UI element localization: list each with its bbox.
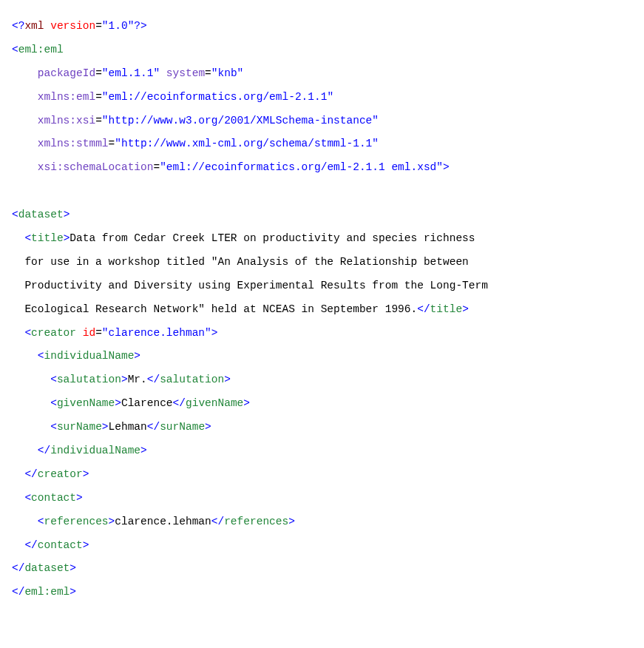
text-content: for use in a workshop titled "An Analysi…	[24, 256, 468, 268]
code-line: <?xml version="1.0"?>	[12, 20, 147, 32]
attr-name: version	[44, 20, 96, 32]
bracket: >	[211, 327, 218, 339]
code-line: <creator id="clarence.lehman">	[12, 327, 217, 339]
code-line: xsi:schemaLocation="eml://ecoinformatics…	[12, 161, 450, 173]
bracket: >	[121, 374, 128, 385]
attr-name: xmlns:eml	[38, 91, 95, 103]
attr-name: system	[160, 67, 205, 79]
bracket: >	[109, 516, 115, 527]
tag-name: title	[31, 232, 64, 244]
attr-value: "clarence.lehman"	[102, 327, 211, 339]
tag-name: surName	[57, 421, 102, 433]
bracket: <	[24, 492, 31, 504]
text-content: Productivity and Diversity using Experim…	[24, 280, 488, 291]
code-line: xmlns:stmml="http://www.xml-cml.org/sche…	[12, 138, 379, 149]
bracket: >	[70, 586, 76, 598]
tag-name: salutation	[57, 374, 121, 385]
attr-name: xmlns:xsi	[38, 115, 95, 126]
text-content: Mr.	[128, 374, 147, 385]
bracket: >	[83, 539, 89, 551]
bracket: <	[50, 397, 57, 409]
tag-name: references	[224, 516, 288, 527]
bracket: </	[417, 303, 430, 315]
tag-name: creator	[31, 327, 76, 339]
bracket: </	[12, 562, 24, 574]
equals: =	[205, 67, 211, 79]
tag-name: givenName	[186, 397, 243, 409]
code-line: </dataset>	[12, 562, 76, 574]
tag-name: dataset	[24, 562, 70, 574]
code-line: <givenName>Clarence</givenName>	[12, 397, 250, 409]
code-line: <individualName>	[12, 350, 140, 362]
code-line: </eml:eml>	[12, 586, 76, 598]
bracket: >	[134, 350, 140, 362]
text-content: Lehman	[109, 421, 147, 433]
code-line: <dataset>	[12, 209, 70, 220]
tag-name: creator	[38, 468, 83, 480]
code-line: <references>clarence.lehman</references>	[12, 516, 295, 527]
bracket: </	[24, 468, 37, 480]
code-line: for use in a workshop titled "An Analysi…	[12, 256, 469, 268]
equals: =	[95, 327, 102, 339]
attr-value: "knb"	[211, 67, 244, 79]
tag-name: dataset	[18, 209, 64, 220]
equals: =	[153, 161, 160, 173]
equals: =	[95, 115, 102, 126]
code-line: xmlns:eml="eml://ecoinformatics.org/eml-…	[12, 91, 333, 103]
tag-name: title	[430, 303, 463, 315]
text-content: Ecological Research Network" held at NCE…	[24, 303, 417, 315]
text-content: clarence.lehman	[115, 516, 211, 527]
bracket: </	[173, 397, 186, 409]
bracket: <	[38, 350, 44, 362]
bracket: <	[12, 44, 18, 55]
bracket: </	[147, 374, 160, 385]
code-line: </contact>	[12, 539, 89, 551]
bracket: <	[50, 421, 57, 433]
bracket: >	[115, 397, 121, 409]
code-line: Ecological Research Network" held at NCE…	[12, 303, 469, 315]
attr-name: packageId	[38, 67, 95, 79]
code-line: </creator>	[12, 468, 89, 480]
bracket: </	[147, 421, 160, 433]
bracket: >	[462, 303, 469, 315]
bracket: </	[38, 445, 50, 456]
tag-name: contact	[31, 492, 76, 504]
bracket: >	[102, 421, 109, 433]
text-content: Data from Cedar Creek LTER on productivi…	[70, 232, 475, 244]
code-line: xmlns:xsi="http://www.w3.org/2001/XMLSch…	[12, 115, 379, 126]
bracket: <	[24, 232, 31, 244]
bracket: <	[24, 327, 31, 339]
bracket: >	[224, 374, 231, 385]
code-line: packageId="eml.1.1" system="knb"	[12, 67, 243, 79]
bracket: >	[70, 562, 76, 574]
bracket: >	[140, 445, 147, 456]
bracket: >	[76, 492, 83, 504]
bracket: ?>	[134, 20, 146, 32]
tag-name: surName	[160, 421, 205, 433]
xml-decl: xml	[24, 20, 44, 32]
attr-value: "http://www.w3.org/2001/XMLSchema-instan…	[102, 115, 379, 126]
equals: =	[95, 91, 102, 103]
tag-name: references	[44, 516, 109, 527]
code-line: <surName>Lehman</surName>	[12, 421, 211, 433]
bracket: </	[12, 586, 24, 598]
attr-value: "1.0"	[102, 20, 135, 32]
bracket: >	[83, 468, 89, 480]
bracket: >	[288, 516, 295, 527]
bracket: <	[12, 209, 18, 220]
bracket: >	[443, 161, 450, 173]
bracket: </	[211, 516, 224, 527]
equals: =	[95, 67, 102, 79]
tag-name: eml:eml	[24, 586, 70, 598]
attr-value: "eml://ecoinformatics.org/eml-2.1.1 eml.…	[160, 161, 443, 173]
code-line: Productivity and Diversity using Experim…	[12, 280, 488, 291]
bracket: >	[64, 209, 70, 220]
bracket: </	[24, 539, 37, 551]
code-line: <title>Data from Cedar Creek LTER on pro…	[12, 232, 475, 244]
attr-name: xsi:schemaLocation	[38, 161, 154, 173]
text-content: Clarence	[121, 397, 173, 409]
bracket: <	[50, 374, 57, 385]
equals: =	[95, 20, 102, 32]
attr-value: "eml://ecoinformatics.org/eml-2.1.1"	[102, 91, 333, 103]
tag-name: individualName	[44, 350, 135, 362]
